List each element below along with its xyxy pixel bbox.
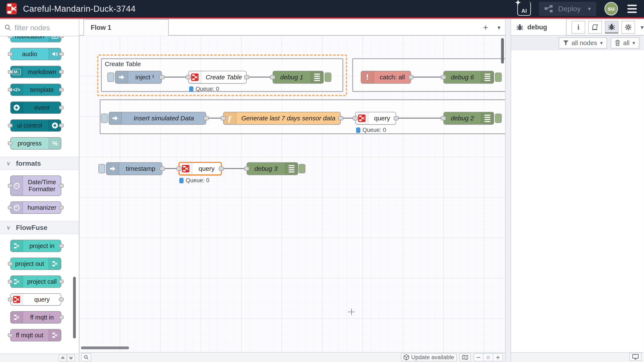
wire[interactable]	[396, 118, 444, 119]
search-icon	[5, 24, 11, 31]
debug-toggle-button[interactable]	[298, 164, 306, 173]
main-menu-button[interactable]	[626, 3, 638, 14]
search-icon	[84, 355, 88, 360]
sidebar-tab-help[interactable]	[588, 21, 602, 34]
canvas-footer-toolbar: Update available − ○ +	[79, 352, 505, 362]
deploy-button[interactable]: Deploy ▾	[539, 2, 596, 16]
node-query-selected[interactable]: query	[178, 162, 222, 176]
wire[interactable]	[164, 77, 189, 78]
palette-node-humanizer[interactable]: humanizer	[10, 201, 61, 214]
zoom-in-button[interactable]: +	[493, 353, 503, 361]
palette-node-notification[interactable]: notification	[10, 36, 61, 42]
wire[interactable]	[412, 77, 444, 78]
palette-expand-all-button[interactable]	[67, 355, 75, 361]
info-icon: i	[577, 23, 579, 31]
sidebar-tab-info[interactable]: i	[572, 21, 585, 34]
inject-trigger-button[interactable]	[107, 73, 114, 82]
wire[interactable]	[222, 168, 247, 169]
inject-trigger-button[interactable]	[101, 114, 108, 123]
palette-node-ff-mqtt-out[interactable]: ff mqtt out	[10, 329, 61, 341]
inject-trigger-button[interactable]	[98, 164, 105, 173]
node-generate-sensor-data[interactable]: ƒ Generate last 7 days sensor data	[223, 112, 341, 125]
node-debug-6[interactable]: debug 6	[444, 71, 494, 84]
debug-filter-button[interactable]: all nodes ▾	[559, 37, 607, 48]
palette-node-audio[interactable]: audio	[10, 48, 61, 60]
canvas-horizontal-scrollbar[interactable]	[81, 347, 129, 349]
debug-toggle-button[interactable]	[495, 114, 502, 123]
palette-node-project-call[interactable]: project call	[10, 275, 61, 288]
inject-icon	[109, 112, 122, 124]
canvas-search-button[interactable]	[81, 353, 91, 361]
node-create-table[interactable]: Create Table	[188, 71, 246, 84]
debug-clear-button[interactable]: all ▾	[611, 37, 639, 48]
node-query-2[interactable]: query	[355, 112, 396, 125]
palette-node-ui-control[interactable]: ui control	[10, 119, 61, 132]
node-insert-simulated-data[interactable]: Insert simulated Data	[108, 112, 206, 125]
navigator-map-button[interactable]	[460, 353, 471, 361]
node-debug-1[interactable]: debug 1	[272, 71, 324, 84]
sidebar-header: debug i	[511, 19, 644, 35]
status-dot	[179, 178, 184, 183]
deploy-caret-icon[interactable]: ▾	[588, 5, 591, 12]
palette-scrollbar[interactable]	[73, 277, 76, 338]
wire[interactable]	[247, 77, 272, 78]
update-available-button[interactable]: Update available	[401, 353, 456, 361]
ai-assistant-button[interactable]: ✦ AI	[517, 2, 531, 16]
gear-icon	[625, 24, 632, 31]
tab-flow-1[interactable]: Flow 1	[84, 19, 169, 35]
node-status: Queue: 0	[189, 86, 219, 92]
zoom-controls: − ○ +	[474, 353, 503, 361]
arrow-circle-icon	[11, 102, 23, 113]
palette-collapse-all-button[interactable]	[59, 355, 67, 361]
canvas-vertical-scrollbar[interactable]	[501, 38, 504, 64]
node-catch-all[interactable]: ! catch: all	[361, 71, 411, 84]
zoom-reset-button[interactable]: ○	[484, 353, 493, 361]
user-avatar[interactable]: su	[604, 2, 618, 15]
node-timestamp[interactable]: timestamp	[106, 162, 162, 175]
flow-tab-bar: Flow 1 + ▾	[79, 19, 505, 35]
palette-node-ff-mqtt-in[interactable]: ff mqtt in	[10, 311, 61, 324]
debug-toggle-button[interactable]	[495, 73, 502, 82]
node-debug-3[interactable]: debug 3	[246, 162, 298, 175]
flow-canvas[interactable]: Create Table injec	[79, 35, 505, 352]
debug-output-icon	[481, 112, 494, 124]
monitor-icon	[632, 354, 639, 360]
debug-message-list[interactable]	[511, 50, 644, 343]
palette-search-input[interactable]: filter nodes	[0, 19, 79, 36]
debug-output-icon	[310, 71, 323, 83]
palette-node-progress[interactable]: progress %	[10, 137, 61, 150]
palette-node-event[interactable]: event	[10, 101, 61, 114]
sidebar-tab-config[interactable]	[622, 21, 635, 34]
debug-toggle-button[interactable]	[324, 73, 331, 82]
bug-icon	[608, 23, 615, 30]
add-flow-button[interactable]: +	[483, 23, 488, 32]
flowfuse-logo-icon	[6, 2, 18, 15]
palette-node-datetime-formatter[interactable]: Date/Time Formatter	[10, 176, 61, 196]
sidebar-tab-debug-messages[interactable]	[605, 21, 618, 34]
trash-icon	[615, 40, 620, 46]
palette-node-markdown[interactable]: M↓ markdown	[10, 66, 61, 78]
flowfuse-icon	[48, 330, 61, 341]
flowfuse-icon	[11, 312, 23, 323]
book-icon	[592, 24, 598, 30]
palette-node-project-out[interactable]: project out	[10, 258, 61, 270]
sidebar-tab-debug[interactable]: debug	[511, 19, 566, 35]
status-dot	[189, 86, 193, 92]
palette-section-flowfuse[interactable]: ∨ FlowFuse	[0, 221, 79, 234]
open-dashboard-button[interactable]	[630, 353, 642, 361]
zoom-out-button[interactable]: −	[474, 353, 484, 361]
palette-section-formats[interactable]: ∨ formats	[0, 157, 79, 170]
package-icon	[404, 354, 409, 360]
palette-node-query[interactable]: query	[10, 293, 61, 306]
sidebar-splitter-handle[interactable]	[505, 19, 511, 362]
node-debug-2[interactable]: debug 2	[444, 112, 494, 125]
deploy-nodes-icon	[544, 5, 554, 12]
palette-node-project-in[interactable]: project in	[10, 240, 61, 252]
workspace: Flow 1 + ▾ Create Table	[79, 19, 505, 362]
palette-footer	[0, 354, 79, 362]
palette-node-template[interactable]: </> template	[10, 84, 61, 96]
sidebar-menu-caret-icon[interactable]: ▾	[640, 24, 644, 31]
flow-list-caret-icon[interactable]: ▾	[498, 24, 500, 31]
node-inject-1[interactable]: inject ¹	[115, 71, 162, 84]
palette-scroll-area[interactable]: notification audio M↓	[0, 36, 79, 345]
